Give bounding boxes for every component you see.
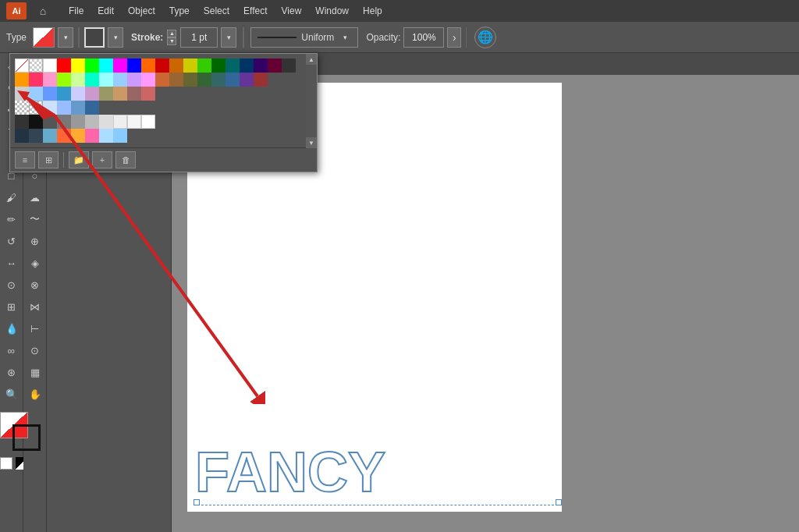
- c2-3[interactable]: [43, 73, 57, 87]
- hand-tool[interactable]: ✋: [25, 384, 45, 404]
- c4-6[interactable]: [85, 101, 99, 115]
- c5-8[interactable]: [113, 115, 127, 129]
- home-button[interactable]: ⌂: [33, 2, 53, 20]
- c2-15[interactable]: [211, 73, 225, 87]
- mirror-tool[interactable]: ↔: [2, 253, 22, 273]
- c4-3[interactable]: [43, 101, 57, 115]
- c2-2[interactable]: [29, 73, 43, 87]
- stroke-color-swatch[interactable]: [12, 424, 41, 451]
- c2-9[interactable]: [127, 73, 141, 87]
- menu-object[interactable]: Object: [122, 4, 162, 18]
- color-red[interactable]: [57, 59, 71, 73]
- menu-window[interactable]: Window: [309, 4, 355, 18]
- c2-8[interactable]: [113, 73, 127, 87]
- pattern-cell[interactable]: [29, 59, 43, 73]
- menu-effect[interactable]: Effect: [237, 4, 273, 18]
- c5-1[interactable]: [15, 115, 29, 129]
- measure-tool[interactable]: ⊢: [25, 318, 45, 339]
- color-yellow[interactable]: [71, 59, 85, 73]
- fill-swatch[interactable]: [33, 27, 55, 48]
- c5-2[interactable]: [29, 115, 43, 129]
- color-med-green[interactable]: [197, 59, 211, 73]
- stroke-up[interactable]: ▲: [167, 30, 176, 37]
- opacity-input[interactable]: [403, 27, 444, 48]
- c6-1[interactable]: [15, 129, 29, 143]
- c3-5[interactable]: [71, 87, 85, 101]
- paintbrush-tool[interactable]: 🖌: [2, 187, 22, 207]
- color-orange[interactable]: [141, 59, 155, 73]
- scroll-up-btn[interactable]: ▲: [306, 54, 317, 65]
- color-dark-red[interactable]: [155, 59, 169, 73]
- c2-5[interactable]: [71, 73, 85, 87]
- uniform-button[interactable]: Uniform ▾: [250, 27, 358, 48]
- c2-6[interactable]: [85, 73, 99, 87]
- stroke-spinners[interactable]: ▲ ▼: [167, 30, 176, 45]
- menu-select[interactable]: Select: [197, 4, 236, 18]
- color-navy[interactable]: [240, 59, 254, 73]
- c3-9[interactable]: [127, 87, 141, 101]
- c6-8[interactable]: [113, 129, 127, 143]
- mesh-tool[interactable]: ⋈: [25, 296, 45, 317]
- c4-2[interactable]: [29, 101, 43, 115]
- c2-11[interactable]: [155, 73, 169, 87]
- color-brown-orange[interactable]: [169, 59, 183, 73]
- cp-delete-btn[interactable]: 🗑: [115, 151, 136, 168]
- stroke-swatch[interactable]: [84, 27, 105, 48]
- c4-4[interactable]: [57, 101, 71, 115]
- eyedrop-tool[interactable]: 💧: [2, 318, 22, 339]
- menu-view[interactable]: View: [275, 4, 308, 18]
- c4-1[interactable]: [15, 101, 29, 115]
- column-graph-tool[interactable]: ▦: [25, 362, 45, 382]
- c3-7[interactable]: [99, 87, 113, 101]
- color-dark-gray[interactable]: [282, 59, 296, 73]
- menu-edit[interactable]: Edit: [91, 4, 120, 18]
- c2-12[interactable]: [169, 73, 183, 87]
- cp-new-btn[interactable]: +: [92, 151, 112, 168]
- c2-16[interactable]: [225, 73, 240, 87]
- c2-13[interactable]: [183, 73, 197, 87]
- c3-8[interactable]: [113, 87, 127, 101]
- fill-dropdown[interactable]: ▾: [58, 27, 73, 48]
- width-tool[interactable]: ⊗: [25, 275, 45, 295]
- scale-tool2[interactable]: ⊕: [25, 231, 45, 251]
- symbol-tool[interactable]: ⊛: [2, 362, 22, 382]
- stroke-swatch-dropdown[interactable]: ▾: [108, 27, 123, 48]
- c3-6[interactable]: [85, 87, 99, 101]
- c3-4[interactable]: [57, 87, 71, 101]
- cp-list-btn[interactable]: ≡: [15, 151, 35, 168]
- c5-5[interactable]: [71, 115, 85, 129]
- c6-4[interactable]: [57, 129, 71, 143]
- c6-5[interactable]: [71, 129, 85, 143]
- color-lime[interactable]: [85, 59, 99, 73]
- live-paint-tool[interactable]: ⊙: [25, 340, 45, 360]
- rotate-tool[interactable]: ↺: [2, 231, 22, 251]
- blob-brush-tool[interactable]: ☁: [25, 187, 45, 207]
- c2-18[interactable]: [254, 73, 268, 87]
- uniform-dropdown[interactable]: ▾: [339, 29, 351, 46]
- color-cyan[interactable]: [99, 59, 113, 73]
- c5-6[interactable]: [85, 115, 99, 129]
- c3-1[interactable]: [15, 87, 29, 101]
- c4-5[interactable]: [71, 101, 85, 115]
- c2-10[interactable]: [141, 73, 155, 87]
- c2-17[interactable]: [240, 73, 254, 87]
- color-olive[interactable]: [183, 59, 197, 73]
- no-color-cell[interactable]: [15, 59, 29, 73]
- color-wine[interactable]: [268, 59, 282, 73]
- blend-tool[interactable]: ∞: [2, 340, 22, 360]
- menu-file[interactable]: File: [62, 4, 90, 18]
- smooth-tool[interactable]: 〜: [25, 209, 45, 229]
- c5-9[interactable]: [127, 115, 141, 129]
- c6-3[interactable]: [43, 129, 57, 143]
- c3-3[interactable]: [43, 87, 57, 101]
- color-dark-green[interactable]: [211, 59, 225, 73]
- color-teal[interactable]: [225, 59, 240, 73]
- zoom-tool[interactable]: 🔍: [2, 384, 22, 404]
- color-blue[interactable]: [127, 59, 141, 73]
- c5-10[interactable]: [141, 115, 155, 129]
- menu-help[interactable]: Help: [357, 4, 389, 18]
- color-white[interactable]: [43, 59, 57, 73]
- c6-6[interactable]: [85, 129, 99, 143]
- cp-grid-btn[interactable]: ⊞: [38, 151, 59, 168]
- warp-tool[interactable]: ⊙: [2, 275, 22, 295]
